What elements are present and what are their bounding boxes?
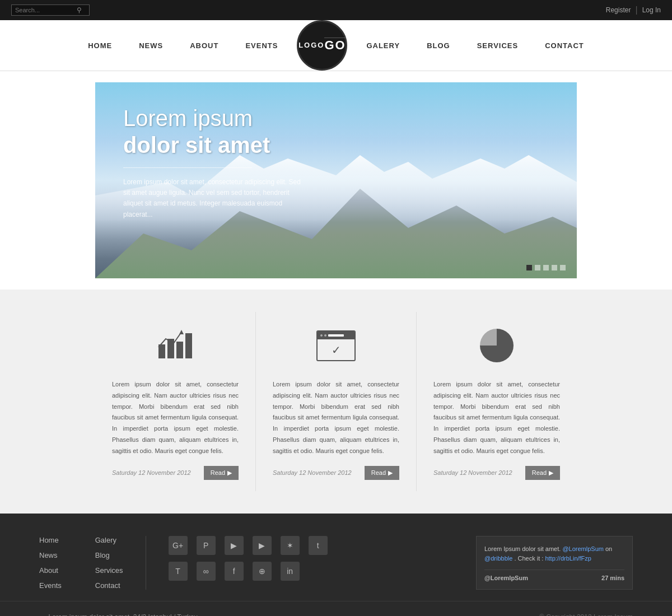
hero-title: Lorem ipsum dolor sit amet [123, 105, 302, 158]
nav-blog[interactable]: BLOG [413, 41, 464, 50]
hero-title-line1: Lorem ipsum [123, 106, 253, 130]
footer-about[interactable]: About [39, 566, 62, 575]
footer-col-1: Home News About Events [39, 536, 62, 590]
hero-wrapper: Lorem ipsum dolor sit amet Lorem ipsum d… [0, 71, 672, 290]
chart-icon [158, 333, 192, 358]
footer-bottom-inner: ● Lorem ipsum dolor sit amet, 24/2 Istan… [39, 613, 633, 616]
tweet-text-before: Lorem Ipsum dolor sit amet. [484, 545, 562, 552]
social-lastfm[interactable]: ∞ [197, 562, 216, 581]
footer-social: G+ P ▶ ▶ ✶ t T ∞ f ⊕ in [146, 536, 454, 590]
social-googleplus[interactable]: G+ [169, 536, 188, 555]
chart-line-svg [156, 328, 195, 356]
tweet-username: @LoremlpSum [484, 575, 528, 581]
main-nav: HOME NEWS ABOUT EVENTS LOGO GO GALERY BL… [0, 20, 672, 71]
nav-galery[interactable]: GALERY [353, 41, 413, 50]
hero-dot-2[interactable] [535, 265, 540, 270]
top-bar: ⚲ Register | Log In [0, 0, 672, 20]
location-icon: ● [39, 613, 44, 616]
tweet-on-site[interactable]: @dribbble [484, 555, 512, 562]
social-row-1: G+ P ▶ ▶ ✶ t [169, 536, 454, 555]
nav-services[interactable]: SERVICES [464, 41, 532, 50]
hero-content: Lorem ipsum dolor sit amet Lorem ipsum d… [123, 105, 302, 220]
hero-dot-3[interactable] [543, 265, 549, 270]
pie-icon [480, 329, 514, 362]
browser-dot-2 [324, 334, 326, 337]
social-tumblr[interactable]: t [309, 536, 328, 555]
footer-links: Home News About Events Galery Blog Servi… [39, 536, 123, 590]
card-1-read-label: Read [211, 469, 225, 476]
card-3-body: Lorem ipsum dolor sit amet, consectetur … [433, 379, 560, 457]
card-1-footer: Saturday 12 November 2012 Read ▶ [112, 466, 239, 480]
social-facebook[interactable]: f [225, 562, 244, 581]
footer-galery[interactable]: Galery [95, 536, 123, 544]
footer-contact[interactable]: Contact [95, 581, 123, 590]
card-3-read-arrow: ▶ [549, 469, 553, 477]
hero-dot-5[interactable] [560, 265, 566, 270]
footer-inner: Home News About Events Galery Blog Servi… [39, 536, 633, 590]
social-youtube[interactable]: ▶ [253, 536, 272, 555]
card-1-body: Lorem ipsum dolor sit amet, consectetur … [112, 379, 239, 457]
card-2-icon-area: ✓ [273, 323, 399, 368]
nav-about[interactable]: ABOUT [176, 41, 232, 50]
card-1-date: Saturday 12 November 2012 [112, 469, 191, 476]
footer: Home News About Events Galery Blog Servi… [0, 514, 672, 616]
card-2-date: Saturday 12 November 2012 [273, 469, 352, 476]
tweet-time: 27 mins [601, 575, 624, 581]
card-1-read-arrow: ▶ [227, 469, 232, 477]
card-2-footer: Saturday 12 November 2012 Read ▶ [273, 466, 399, 480]
social-flickr[interactable]: ✶ [281, 536, 300, 555]
search-input[interactable] [15, 7, 77, 13]
social-pinterest[interactable]: P [197, 536, 216, 555]
hero-dot-1[interactable] [526, 265, 532, 270]
browser-check: ✓ [318, 339, 354, 361]
hero-body: Lorem ipsum dolor sit amet, consectetur … [123, 177, 302, 220]
tweet-at-user[interactable]: @LoremlpSum [562, 545, 604, 552]
logo[interactable]: LOGO GO [297, 20, 347, 71]
nav-news[interactable]: NEWS [125, 41, 176, 50]
tweet-body: Lorem Ipsum dolor sit amet. @LoremlpSum … [484, 544, 624, 564]
social-linkedin[interactable]: in [281, 562, 300, 581]
hero-dots [526, 265, 566, 270]
tweet-user: @LoremlpSum 27 mins [484, 570, 624, 581]
footer-home[interactable]: Home [39, 536, 62, 544]
card-1-read-button[interactable]: Read ▶ [204, 466, 239, 480]
copyright: © Copyright 2012 Lorem Ipsum [539, 613, 633, 616]
footer-address: ● Lorem ipsum dolor sit amet, 24/2 Istan… [39, 613, 198, 616]
footer-col-2: Galery Blog Services Contact [95, 536, 123, 590]
card-2-body: Lorem ipsum dolor sit amet, consectetur … [273, 379, 399, 457]
social-twitter[interactable]: T [169, 562, 188, 581]
footer-tweet: Lorem Ipsum dolor sit amet. @LoremlpSum … [476, 536, 633, 590]
card-1: Lorem ipsum dolor sit amet, consectetur … [95, 312, 256, 491]
tweet-link[interactable]: http://drbLin/fFzp [545, 555, 591, 562]
nav-wrapper: HOME NEWS ABOUT EVENTS LOGO GO GALERY BL… [0, 20, 672, 71]
hero-title-line2: dolor sit amet [123, 133, 270, 157]
footer-blog[interactable]: Blog [95, 551, 123, 559]
footer-events[interactable]: Events [39, 581, 62, 590]
card-2-read-label: Read [371, 469, 386, 476]
register-link[interactable]: Register [606, 6, 631, 14]
browser-top [318, 332, 354, 339]
nav-home[interactable]: HOME [74, 41, 125, 50]
separator: | [635, 5, 637, 15]
card-3-read-button[interactable]: Read ▶ [525, 466, 560, 480]
tweet-on: on [605, 545, 612, 552]
card-3-icon-area [433, 323, 560, 368]
tweet-check: . Check it : [514, 555, 545, 562]
card-3-date: Saturday 12 November 2012 [433, 469, 512, 476]
browser-icon: ✓ [316, 330, 356, 361]
svg-marker-0 [179, 330, 184, 334]
search-icon[interactable]: ⚲ [77, 6, 82, 14]
auth-links: Register | Log In [606, 5, 661, 15]
card-3-read-label: Read [532, 469, 547, 476]
nav-events[interactable]: EVENTS [232, 41, 291, 50]
card-2-read-button[interactable]: Read ▶ [365, 466, 399, 480]
social-row-2: T ∞ f ⊕ in [169, 562, 454, 581]
social-dribbble[interactable]: ⊕ [253, 562, 272, 581]
search-form[interactable]: ⚲ [11, 4, 90, 16]
social-rss[interactable]: ▶ [225, 536, 244, 555]
footer-news[interactable]: News [39, 551, 62, 559]
hero-dot-4[interactable] [552, 265, 557, 270]
nav-contact[interactable]: CONTACT [531, 41, 598, 50]
login-link[interactable]: Log In [642, 6, 661, 14]
footer-services[interactable]: Services [95, 566, 123, 575]
